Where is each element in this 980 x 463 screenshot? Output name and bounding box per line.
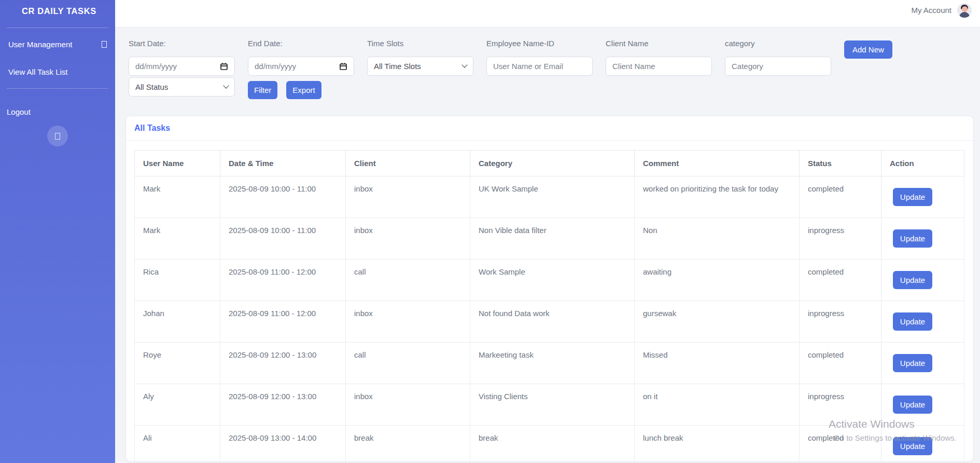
chevron-down-icon — [223, 83, 229, 88]
category-input[interactable]: Category — [725, 57, 831, 76]
cell-user-name: Ali — [135, 426, 220, 462]
add-new-button[interactable]: Add New — [844, 40, 892, 59]
start-date-input[interactable]: dd/mm/yyyy — [129, 57, 235, 76]
cell-client: call — [346, 343, 470, 384]
all-tasks-card: All Tasks User NameDate & TimeClientCate… — [125, 116, 974, 462]
status-select[interactable]: All Status — [129, 77, 235, 97]
my-account-link[interactable]: My Account — [911, 3, 951, 18]
cell-datetime: 2025-08-09 11:00 - 12:00 — [220, 301, 346, 343]
cell-category: Work Sample — [470, 260, 635, 301]
cell-category: break — [470, 426, 635, 462]
filter-field-client-name: Client Name Client Name — [606, 39, 712, 76]
table-row: Mark 2025-08-09 10:00 - 11:00 inbox UK W… — [135, 176, 964, 218]
update-button[interactable]: Update — [893, 229, 932, 248]
time-slots-select-value: All Time Slots — [374, 62, 421, 71]
cell-comment: lunch break — [635, 426, 800, 462]
table-row: Aly 2025-08-09 12:00 - 13:00 inbox Visti… — [135, 384, 964, 426]
user-avatar[interactable] — [957, 3, 972, 18]
update-button[interactable]: Update — [893, 437, 932, 455]
status-select-value: All Status — [135, 83, 168, 91]
cell-category: UK Work Sample — [470, 176, 635, 218]
employee-label: Employee Name-ID — [486, 39, 593, 48]
update-button[interactable]: Update — [893, 312, 932, 331]
cell-status: inprogress — [800, 301, 881, 343]
table-header-row: User NameDate & TimeClientCategoryCommen… — [135, 151, 964, 176]
topbar: My Account — [115, 0, 980, 28]
start-date-label: Start Date: — [129, 39, 235, 48]
table-row: Johan 2025-08-09 11:00 - 12:00 inbox Not… — [135, 301, 964, 343]
cell-datetime: 2025-08-09 13:00 - 14:00 — [220, 426, 346, 462]
employee-placeholder: User Name or Email — [493, 62, 563, 71]
cell-action: Update — [881, 384, 964, 426]
cell-status: completed — [800, 260, 881, 301]
end-date-input[interactable]: dd/mm/yyyy — [248, 57, 354, 76]
sidebar-item-logout[interactable]: Logout — [0, 89, 115, 116]
cell-action: Update — [881, 343, 964, 384]
cell-user-name: Aly — [135, 384, 220, 426]
time-slots-select[interactable]: All Time Slots — [367, 57, 473, 76]
cell-action: Update — [881, 260, 964, 301]
export-button[interactable]: Export — [286, 81, 321, 99]
cell-client: call — [346, 260, 470, 301]
calendar-icon[interactable] — [339, 62, 347, 71]
category-label: category — [725, 39, 831, 48]
filter-field-category: category Category — [725, 39, 831, 76]
cell-client: break — [346, 426, 470, 462]
calendar-icon[interactable] — [220, 62, 228, 71]
card-title: All Tasks — [134, 124, 170, 132]
cell-comment: Missed — [635, 343, 800, 384]
filter-field-end-date: End Date: dd/mm/yyyy Filter Export — [248, 39, 354, 99]
cell-datetime: 2025-08-09 11:00 - 12:00 — [220, 260, 346, 301]
cell-client: inbox — [346, 301, 470, 343]
cell-user-name: Johan — [135, 301, 220, 343]
category-placeholder: Category — [732, 62, 763, 71]
sidebar-item-user-management[interactable]: User Management — [0, 31, 115, 58]
filter-bar: Start Date: dd/mm/yyyy All Status End Da… — [115, 28, 892, 99]
start-date-placeholder: dd/mm/yyyy — [135, 62, 177, 71]
employee-input[interactable]: User Name or Email — [486, 57, 593, 76]
toggle-box-icon — [55, 133, 60, 140]
client-name-label: Client Name — [606, 39, 712, 48]
filter-button[interactable]: Filter — [248, 81, 277, 99]
cell-user-name: Roye — [135, 343, 220, 384]
table-row: Roye 2025-08-09 12:00 - 13:00 call Marke… — [135, 343, 964, 384]
cell-comment: on it — [635, 384, 800, 426]
sidebar-toggle-button[interactable] — [47, 126, 68, 146]
sidebar-item-view-all-task-list[interactable]: View All Task List — [0, 58, 115, 86]
cell-datetime: 2025-08-09 12:00 - 13:00 — [220, 384, 346, 426]
end-date-placeholder: dd/mm/yyyy — [255, 62, 296, 71]
sidebar-item-label: User Management — [8, 40, 72, 49]
update-button[interactable]: Update — [893, 354, 932, 372]
cell-status: completed — [800, 426, 881, 462]
filter-field-start-date: Start Date: dd/mm/yyyy All Status — [129, 39, 235, 97]
cell-datetime: 2025-08-09 10:00 - 11:00 — [220, 218, 346, 260]
end-date-label: End Date: — [248, 39, 354, 48]
cell-comment: Non — [635, 218, 800, 260]
cell-user-name: Rica — [135, 260, 220, 301]
client-name-input[interactable]: Client Name — [606, 57, 712, 76]
table-row: Rica 2025-08-09 11:00 - 12:00 call Work … — [135, 260, 964, 301]
update-button[interactable]: Update — [893, 271, 932, 289]
column-header: User Name — [135, 151, 220, 176]
update-button[interactable]: Update — [893, 188, 932, 206]
chevron-down-icon — [461, 62, 467, 67]
card-body: User NameDate & TimeClientCategoryCommen… — [126, 141, 973, 462]
update-button[interactable]: Update — [893, 396, 932, 414]
cell-status: completed — [800, 176, 881, 218]
card-header: All Tasks — [126, 116, 973, 141]
tasks-table: User NameDate & TimeClientCategoryCommen… — [134, 150, 964, 462]
cell-client: inbox — [346, 384, 470, 426]
cell-client: inbox — [346, 218, 470, 260]
cell-status: completed — [800, 343, 881, 384]
cell-category: Not found Data work — [470, 301, 635, 343]
sidebar-divider — [7, 28, 108, 28]
sidebar: CR DAILY TASKS User Management View All … — [0, 0, 115, 463]
client-name-placeholder: Client Name — [612, 62, 655, 71]
avatar-face — [962, 6, 968, 12]
column-header: Category — [470, 151, 635, 176]
cell-category: Non Vible data filter — [470, 218, 635, 260]
table-row: Mark 2025-08-09 10:00 - 11:00 inbox Non … — [135, 218, 964, 260]
cell-comment: awaiting — [635, 260, 800, 301]
cell-client: inbox — [346, 176, 470, 218]
cell-status: inprogress — [800, 384, 881, 426]
